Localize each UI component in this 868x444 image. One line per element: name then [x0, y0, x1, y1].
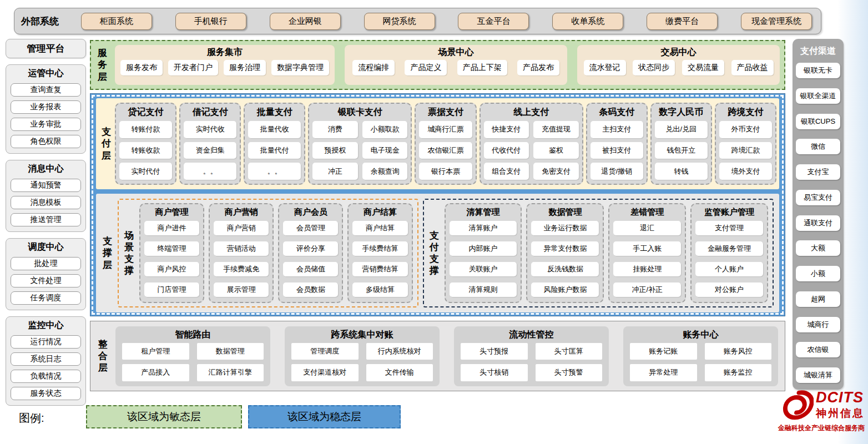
integration-item: 行内系统核对 [366, 343, 433, 360]
support-item: 多级结算 [352, 282, 407, 297]
payment-item: 实时代付 [119, 163, 172, 180]
support-column-title: 商户会员 [283, 207, 338, 218]
integration-item: 头寸预警 [536, 364, 603, 381]
channel-item: 银联全渠道 [796, 88, 840, 104]
support-column: 商户管理商户进件终端管理商户风控门店管理 [139, 203, 204, 303]
support-column-title: 商户营销 [214, 207, 269, 218]
channel-item: 支付宝 [796, 164, 840, 180]
external-system-button: 互金平台 [458, 13, 529, 30]
support-column-items: 支付管理金融服务管理个人账户对公账户 [695, 221, 763, 297]
payment-item: 冲正 [312, 163, 358, 180]
sidebar-item: 查询查复 [11, 83, 81, 97]
service-item: 开发者门户 [168, 60, 218, 75]
service-item: 流程编排 [352, 60, 395, 75]
external-system-button: 收单系统 [552, 13, 623, 30]
service-group-items: 流水登记状态同步交易流量产品收益 [583, 60, 774, 75]
service-group-items: 流程编排产品定义产品上下架产品发布 [350, 60, 562, 75]
payment-item: 转账收款 [119, 142, 172, 159]
support-item: 商户风控 [144, 262, 199, 276]
support-column-title: 商户管理 [144, 207, 199, 218]
management-platform-groups: 运管中心查询查复业务报表业务审批角色权限消息中心通知预警消息模板推送管理调度中心… [6, 64, 86, 406]
payment-column: 银联卡支付消费小额取款预授权电子现金冲正余额查询 [308, 103, 412, 185]
integration-item: 数据管理 [197, 343, 264, 360]
payment-column-title: 批量支付 [248, 107, 301, 118]
support-column-items: 会员管理评价分享会员储值会员数据 [283, 221, 338, 297]
logo-tagline: 金融科技全产业链综合服务商 [767, 423, 865, 433]
integration-group: 流动性管控头寸预报头寸匡算头寸核销头寸预警 [454, 326, 609, 386]
payment-support-label: 支付支撑 [428, 230, 440, 277]
integration-item: 异常处理 [630, 364, 697, 381]
support-item: 商户营销 [214, 221, 269, 235]
support-item: 反洗钱数据 [531, 262, 599, 276]
integration-group-items: 管理调度行内系统核对支付渠道核对文件传输 [291, 343, 433, 381]
service-group: 场景中心流程编排产品定义产品上下架产品发布 [345, 45, 567, 85]
channel-item: 城银清算 [796, 367, 840, 383]
payment-item: 外币支付 [719, 121, 772, 138]
sidebar-group-title: 监控中心 [11, 320, 81, 331]
payment-item: 代收代付 [484, 142, 529, 159]
legend-stable-box: 该区域为稳态层 [248, 405, 401, 428]
payment-column: 数字人民币兑出/兑回钱包开立转钱 [650, 103, 712, 185]
logo-texts: DCITS 神州信息 [816, 390, 865, 421]
payment-column: 批量支付批量代收批量代付。。 [244, 103, 305, 185]
support-column-items: 退汇手工入账挂账处理冲正/补正 [613, 221, 681, 297]
channel-item: 超网 [796, 291, 840, 307]
support-column: 商户会员会员管理评价分享会员储值会员数据 [278, 203, 343, 303]
service-group-title: 服务集市 [120, 47, 329, 58]
payment-item: 实时代收 [184, 121, 236, 138]
integration-item: 支付渠道核对 [291, 364, 359, 381]
support-item: 会员储值 [283, 262, 338, 276]
payment-column-items: 主扫支付被扫支付退货/撤销 [591, 121, 643, 180]
support-column-items: 商户进件终端管理商户风控门店管理 [144, 221, 199, 297]
support-column: 差错管理退汇手工入账挂账处理冲正/补正 [608, 203, 686, 303]
support-column: 清算管理清算账户内部账户关联账户清算规则 [445, 203, 522, 303]
integration-group-title: 跨系统集中对账 [291, 328, 433, 343]
integration-item: 汇路计算引擎 [197, 364, 264, 381]
sidebar-item: 运行情况 [11, 335, 81, 349]
sidebar-item: 消息模板 [11, 196, 81, 209]
service-group-title: 交易中心 [583, 47, 774, 58]
channel-item: 农信银 [796, 342, 840, 357]
support-item: 商户进件 [144, 221, 199, 235]
sidebar-item: 任务调度 [11, 291, 81, 305]
integration-item: 产品接入 [122, 364, 189, 381]
payment-item: 鉴权 [533, 142, 579, 159]
payment-channels-items: 银联无卡银联全渠道银联CUPS微信支付宝易宝支付通联支付大额小额超网城商行农信银… [796, 57, 840, 383]
payment-item: 免密支付 [533, 163, 579, 180]
payment-column-items: 转账付款转账收款实时代付 [119, 121, 172, 180]
payment-item: 钱包开立 [655, 142, 708, 159]
support-item: 个人账户 [695, 262, 763, 276]
support-column: 商户结算商户结算手续费结算营销费结算多级结算 [347, 203, 412, 303]
support-item: 营销费结算 [352, 262, 407, 276]
payment-item: 兑出/兑回 [655, 121, 708, 138]
support-item: 退汇 [613, 221, 681, 235]
integration-item: 账务风控 [705, 343, 772, 360]
channel-item: 易宝支付 [796, 190, 840, 205]
service-group: 交易中心流水登记状态同步交易流量产品收益 [577, 45, 780, 85]
payment-column-items: 快捷支付充值提现代收代付鉴权组合支付免密支付 [484, 121, 579, 180]
external-system-button: 柜面系统 [81, 13, 152, 30]
support-item: 营销活动 [214, 241, 269, 256]
payment-column-items: 外币支付跨境汇款境外支付 [719, 121, 772, 180]
support-item: 异常支付数据 [531, 241, 599, 256]
payment-architecture-diagram: 外部系统 柜面系统手机银行企业网银网贷系统互金平台收单系统缴费平台现金管理系统 … [0, 0, 868, 444]
integration-item: 头寸匡算 [536, 343, 603, 360]
payment-channels-title: 支付渠道 [800, 46, 836, 57]
service-layer: 服务层 服务集市服务发布开发者门户服务治理数据字典管理场景中心流程编排产品定义产… [90, 40, 785, 90]
payment-item: 城商行汇票 [419, 121, 472, 138]
support-item: 冲正/补正 [613, 282, 681, 297]
external-system-button: 企业网银 [270, 13, 341, 30]
scene-support-columns: 商户管理商户进件终端管理商户风控门店管理商户营销商户营销营销活动手续费减免展示管… [139, 203, 413, 303]
support-column-items: 业务运行数据异常支付数据反洗钱数据风险账户数据 [531, 221, 599, 297]
payment-item: 农信银汇票 [419, 142, 472, 159]
external-system-button: 网贷系统 [364, 13, 435, 30]
integration-group: 账务中心账务记账账务风控异常处理账务监控 [623, 326, 778, 386]
payment-column-title: 跨境支付 [719, 107, 772, 118]
integration-item: 头寸核销 [461, 364, 528, 381]
support-item: 展示管理 [214, 282, 269, 297]
service-item: 产品定义 [405, 60, 447, 75]
support-item: 风险账户数据 [531, 282, 599, 297]
support-item: 评价分享 [283, 241, 338, 256]
sidebar-item: 负载情况 [11, 370, 81, 383]
support-item: 清算账户 [450, 221, 517, 235]
